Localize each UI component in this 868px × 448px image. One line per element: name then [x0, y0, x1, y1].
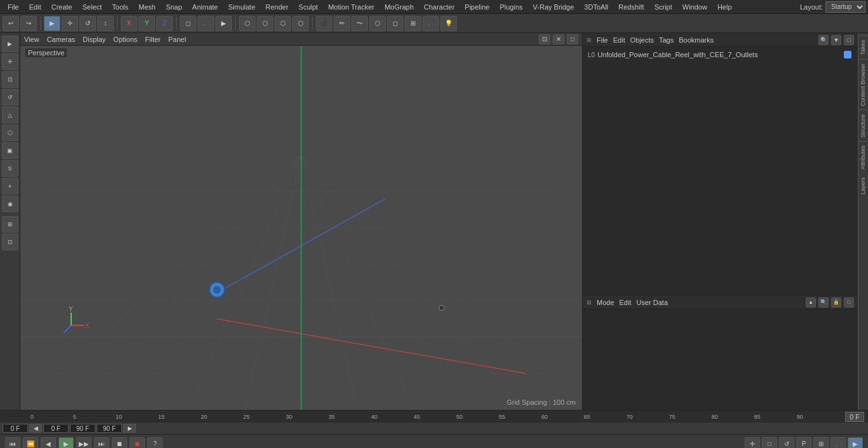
timeline-max-input[interactable] [97, 424, 122, 433]
sidebar-tool5-btn[interactable]: △ [2, 107, 18, 123]
attr-icon-4[interactable]: □ [844, 297, 854, 308]
playback-record-btn[interactable]: ⏺ [130, 437, 145, 449]
object-mode-button[interactable]: ◻ [180, 16, 196, 31]
viewport-icon-2[interactable]: ✕ [553, 34, 564, 44]
y-axis-button[interactable]: Y [139, 16, 155, 31]
playback-next-btn[interactable]: ▶▶ [76, 437, 92, 449]
tab-content-browser[interactable]: Content Browser [858, 59, 868, 110]
objects-menu-edit[interactable]: Edit [613, 36, 625, 44]
menu-tools[interactable]: Tools [107, 2, 133, 12]
sidebar-tool11-btn[interactable]: ⊞ [2, 216, 18, 233]
snap-move-btn[interactable]: ✛ [745, 437, 760, 449]
render-picture-button[interactable]: ⬡ [292, 16, 309, 31]
attr-icon-1[interactable]: ▲ [806, 297, 816, 308]
view-pen-button[interactable]: ✏ [334, 16, 350, 31]
objects-search-btn[interactable]: 🔍 [818, 35, 829, 45]
objects-menu-tags[interactable]: Tags [659, 36, 674, 44]
playback-snap-btn[interactable]: P [796, 437, 811, 449]
tab-takes[interactable]: Takes [858, 36, 868, 59]
viewport-btn-1[interactable]: ▶ [215, 16, 232, 31]
playback-next-key-btn[interactable]: ⏭ [94, 437, 109, 449]
sidebar-tool8-btn[interactable]: S [2, 160, 18, 177]
sidebar-rotate-btn[interactable]: ↺ [2, 89, 18, 105]
viewport-canvas[interactable]: X Y Perspective Grid Spacing : 100 cm [20, 46, 582, 410]
viewport-menu-view[interactable]: View [24, 36, 39, 43]
attr-icon-3[interactable]: 🔒 [831, 297, 841, 308]
menu-script[interactable]: Script [649, 2, 677, 12]
new-object-button[interactable]: 🎥 [198, 16, 214, 31]
z-axis-button[interactable]: Z [156, 16, 173, 31]
attr-menu-userdata[interactable]: User Data [637, 299, 668, 306]
timeline-end-input[interactable] [70, 424, 95, 433]
objects-menu-bookmarks[interactable]: Bookmarks [679, 36, 714, 44]
render-all-button[interactable]: ⬡ [275, 16, 291, 31]
playback-first-btn[interactable]: ⏮ [5, 437, 20, 449]
sidebar-tool7-btn[interactable]: ▣ [2, 142, 18, 159]
layout-select[interactable]: Startup [825, 1, 865, 13]
playback-play-btn[interactable]: ▶ [58, 437, 74, 449]
sidebar-tool10-btn[interactable]: ◉ [2, 196, 18, 212]
menu-sculpt[interactable]: Sculpt [294, 2, 323, 12]
playback-grid-btn[interactable]: ⊞ [813, 437, 829, 449]
viewport-menu-display[interactable]: Display [83, 36, 105, 43]
menu-window[interactable]: Window [677, 2, 712, 12]
viewport-menu-panel[interactable]: Panel [168, 36, 186, 43]
objects-menu-objects[interactable]: Objects [630, 36, 654, 44]
menu-plugins[interactable]: Plugins [494, 2, 527, 12]
menu-motion-tracker[interactable]: Motion Tracker [323, 2, 379, 12]
sidebar-select-btn[interactable]: ▶ [2, 36, 18, 52]
menu-character[interactable]: Character [419, 2, 459, 12]
objects-menu-file[interactable]: File [597, 36, 608, 44]
snap-scale-btn[interactable]: □ [762, 437, 777, 449]
sidebar-tool6-btn[interactable]: ⬡ [2, 125, 18, 141]
select-tool-button[interactable]: ▶ [44, 16, 60, 31]
menu-render[interactable]: Render [261, 2, 294, 12]
playback-prev-btn[interactable]: ◀ [41, 437, 56, 449]
rotate-tool-button[interactable]: ↺ [79, 16, 96, 31]
tab-structure[interactable]: Structure [858, 110, 868, 142]
menu-snap[interactable]: Snap [161, 2, 187, 12]
snap-rotate-btn[interactable]: ↺ [779, 437, 794, 449]
object-row-1[interactable]: L0 Unfolded_Power_Cable_Reel_with_CEE_7_… [585, 50, 855, 60]
render-active-button[interactable]: ⬡ [257, 16, 273, 31]
viewport-menu-cameras[interactable]: Cameras [47, 36, 76, 43]
menu-help[interactable]: Help [712, 2, 737, 12]
scale-tool-button[interactable]: ↕ [97, 16, 114, 31]
tab-layers[interactable]: Layers [858, 173, 868, 198]
playback-camera-btn[interactable]: 🎥 [831, 437, 846, 449]
view-spline-button[interactable]: 〜 [351, 16, 368, 31]
viewport-icon-1[interactable]: ⊡ [539, 34, 550, 44]
menu-file[interactable]: File [3, 2, 24, 12]
attr-icon-2[interactable]: 🔍 [818, 297, 829, 308]
menu-mesh[interactable]: Mesh [133, 2, 161, 12]
menu-redshift[interactable]: Redshift [613, 2, 649, 12]
timeline-prev-btn[interactable]: ◀ [29, 424, 42, 433]
tab-attributes[interactable]: Attributes [858, 141, 868, 173]
view-light-button[interactable]: 💡 [440, 16, 457, 31]
sidebar-scale-btn[interactable]: ⊡ [2, 71, 18, 88]
timeline-start-input[interactable] [3, 424, 28, 433]
view-subdivision-button[interactable]: ⬡ [369, 16, 386, 31]
playback-stop-btn[interactable]: ⏹ [112, 437, 127, 449]
timeline-frame-indicator[interactable]: 0 F [845, 412, 864, 422]
sidebar-tool12-btn[interactable]: ⊡ [2, 234, 18, 250]
menu-vray[interactable]: V-Ray Bridge [528, 2, 580, 12]
objects-expand-btn[interactable]: □ [844, 35, 854, 45]
playback-help-btn[interactable]: ? [147, 437, 163, 449]
menu-pipeline[interactable]: Pipeline [459, 2, 494, 12]
menu-animate[interactable]: Animate [187, 2, 223, 12]
view-deform-button[interactable]: ◻ [387, 16, 403, 31]
menu-mograph[interactable]: MoGraph [379, 2, 419, 12]
redo-button[interactable]: ↪ [20, 16, 37, 31]
viewport-menu-options[interactable]: Options [113, 36, 137, 43]
view-grid-button[interactable]: ⊞ [405, 16, 421, 31]
playback-prev-key-btn[interactable]: ⏪ [23, 437, 38, 449]
menu-simulate[interactable]: Simulate [223, 2, 261, 12]
timeline-next-btn[interactable]: ▶ [123, 424, 136, 433]
sidebar-move-btn[interactable]: ✛ [2, 53, 18, 70]
view-camera-button[interactable]: 🎥 [423, 16, 439, 31]
view-cube-button[interactable]: ⬛ [316, 16, 332, 31]
viewport-icon-3[interactable]: □ [567, 34, 578, 44]
menu-3dtoall[interactable]: 3DToAll [579, 2, 613, 12]
objects-filter-btn[interactable]: ▼ [831, 35, 841, 45]
